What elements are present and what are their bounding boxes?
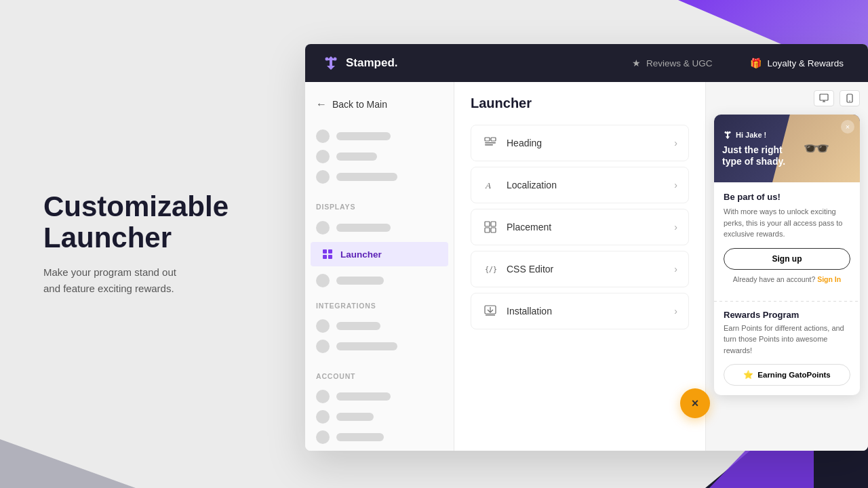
placeholder-row-1 <box>316 129 443 143</box>
placeholder-row-6 <box>316 319 443 333</box>
heading: Customizable Launcher <box>43 191 229 253</box>
rewards-button[interactable]: ⭐ Earning GatoPoints <box>724 364 850 386</box>
launcher-icon <box>321 248 334 260</box>
description: Make your program stand out and feature … <box>43 264 229 297</box>
popup-rewards-section: Rewards Program Earn Points for differen… <box>714 310 860 396</box>
popup-section-text: With more ways to unlock exciting perks,… <box>724 206 850 240</box>
css-editor-icon: {/} <box>482 261 498 277</box>
section-label-account: ACCOUNT <box>305 364 454 384</box>
placeholder-dot-8 <box>316 390 330 403</box>
placeholder-row-5 <box>311 268 448 293</box>
sidebar-item-launcher[interactable]: Launcher <box>311 242 448 266</box>
content-area: ← Back to Main DISPLAYS <box>305 82 868 451</box>
chevron-icon-placement: › <box>674 222 677 232</box>
menu-item-css-editor-left: {/} CSS Editor <box>482 261 553 277</box>
svg-point-25 <box>729 131 731 134</box>
popup-close-button[interactable]: × <box>841 120 854 134</box>
placeholder-row-3 <box>316 170 443 184</box>
svg-rect-3 <box>328 249 332 253</box>
svg-rect-4 <box>323 255 327 259</box>
signup-button[interactable]: Sign up <box>724 248 850 270</box>
section-label-integrations: INTEGRATIONS <box>305 293 454 314</box>
back-button[interactable]: ← Back to Main <box>305 93 454 124</box>
placeholder-group-top <box>305 124 454 189</box>
nav-item-loyalty-label: Loyalty & Rewards <box>767 58 844 68</box>
logo-text: Stamped. <box>346 56 398 70</box>
menu-item-css-editor[interactable]: {/} CSS Editor › <box>471 251 689 287</box>
preview-panel: 🕶️ Hi Jake ! Just the right type of shad… <box>705 82 868 451</box>
menu-item-css-editor-label: CSS Editor <box>507 264 553 274</box>
nav-item-reviews[interactable]: ★ Reviews & UGC <box>624 54 721 73</box>
placeholder-dot-7 <box>316 340 330 353</box>
left-content: Customizable Launcher Make your program … <box>43 191 229 297</box>
placeholder-row-7 <box>316 340 443 353</box>
localization-icon: A <box>482 177 498 193</box>
placeholder-after-launcher <box>305 268 454 293</box>
app-window: Stamped. ★ Reviews & UGC 🎁 Loyalty & Rew… <box>305 44 868 451</box>
desktop-view-button[interactable] <box>814 90 834 106</box>
placeholder-dot-3 <box>316 170 330 184</box>
rewards-title: Rewards Program <box>724 310 850 320</box>
nav-item-loyalty[interactable]: 🎁 Loyalty & Rewards <box>742 54 852 73</box>
svg-rect-6 <box>485 138 490 141</box>
popup-widget: 🕶️ Hi Jake ! Just the right type of shad… <box>714 115 860 395</box>
star-icon-rewards: ⭐ <box>743 370 753 380</box>
placeholder-row-8 <box>316 390 443 403</box>
svg-point-24 <box>725 131 727 134</box>
svg-rect-9 <box>485 144 493 146</box>
placeholder-dot-4 <box>316 221 330 235</box>
installation-icon <box>482 303 498 319</box>
menu-item-installation-left: Installation <box>482 303 552 319</box>
fab-icon: × <box>692 396 699 411</box>
placeholder-bar-2 <box>336 152 377 161</box>
popup-tagline: Just the right type of shady. <box>722 144 785 167</box>
placeholder-dot-2 <box>316 150 330 163</box>
logo-icon <box>321 54 340 73</box>
nav-logo: Stamped. <box>321 54 398 73</box>
placeholder-row-10 <box>316 430 443 444</box>
back-arrow-icon: ← <box>316 98 327 110</box>
signin-text: Already have an account? Sign In <box>724 275 850 283</box>
section-label-displays: DISPLAYS <box>305 195 454 215</box>
svg-rect-8 <box>485 142 496 144</box>
placeholder-group-integrations <box>305 314 454 359</box>
gift-icon: 🎁 <box>750 58 762 68</box>
signin-link[interactable]: Sign In <box>817 275 841 283</box>
svg-rect-7 <box>491 138 496 141</box>
panel-title: Launcher <box>471 96 689 111</box>
menu-item-heading[interactable]: Heading › <box>471 125 689 161</box>
svg-text:{/}: {/} <box>485 266 496 273</box>
menu-item-localization[interactable]: A Localization › <box>471 167 689 203</box>
popup-hero: 🕶️ Hi Jake ! Just the right type of shad… <box>714 115 860 182</box>
chevron-icon-installation: › <box>674 306 677 317</box>
svg-rect-13 <box>485 228 490 232</box>
menu-item-placement[interactable]: Placement › <box>471 209 689 245</box>
placeholder-row-2 <box>316 150 443 163</box>
menu-item-localization-label: Localization <box>507 180 557 190</box>
sidebar-item-launcher-label: Launcher <box>340 249 382 260</box>
svg-point-1 <box>334 58 337 61</box>
placeholder-bar-10 <box>336 433 384 441</box>
top-nav: Stamped. ★ Reviews & UGC 🎁 Loyalty & Rew… <box>305 44 868 82</box>
placeholder-bar-8 <box>336 392 391 401</box>
placeholder-bar-6 <box>336 322 380 330</box>
popup-section-title: Be part of us! <box>724 192 850 202</box>
svg-rect-12 <box>491 222 496 226</box>
placeholder-before-launcher <box>305 215 454 241</box>
placeholder-row-4 <box>311 215 448 241</box>
placeholder-bar-3 <box>336 173 397 181</box>
placeholder-dot-6 <box>316 319 330 333</box>
mobile-view-button[interactable] <box>840 90 860 106</box>
nav-item-reviews-label: Reviews & UGC <box>646 58 713 68</box>
placeholder-bar-4 <box>336 224 391 232</box>
placeholder-dot-9 <box>316 410 330 424</box>
placeholder-bar-1 <box>336 132 391 140</box>
fab-button[interactable]: × <box>680 388 710 418</box>
main-panel: Launcher Heading › <box>454 82 705 451</box>
menu-item-heading-label: Heading <box>507 138 542 148</box>
menu-item-installation[interactable]: Installation › <box>471 293 689 329</box>
placeholder-row-9 <box>316 410 443 424</box>
heading-icon <box>482 135 498 151</box>
svg-rect-2 <box>323 249 327 253</box>
chevron-icon-localization: › <box>674 180 677 190</box>
